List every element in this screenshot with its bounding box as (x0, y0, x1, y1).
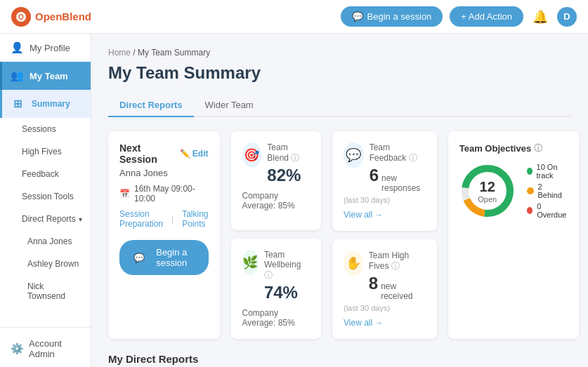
objectives-info-icon[interactable]: ⓘ (534, 142, 542, 154)
summary-cards: Next Session ✏️ Edit Anna Jones 📅 16th M… (108, 131, 571, 339)
next-session-person: Anna Jones (119, 168, 209, 178)
sidebar-label-feedback: Feedback (22, 169, 59, 179)
chat-icon: 💬 (133, 253, 145, 263)
blend-sub: Company Average: 85% (242, 191, 310, 211)
notifications-icon[interactable]: 🔔 (530, 7, 550, 27)
talking-points-link[interactable]: Talking Points (182, 209, 208, 229)
objectives-content: 12 Open 10 On track 2 Behind (459, 163, 568, 219)
sidebar-label-session-tools: Session Tools (22, 192, 74, 201)
calendar-icon: 📅 (119, 189, 130, 199)
sidebar-item-sessions[interactable]: Sessions (0, 118, 91, 140)
header: O OpenBlend 💬 Begin a session + Add Acti… (0, 0, 588, 34)
sidebar-label-high-fives: High Fives (22, 147, 62, 156)
tab-direct-reports[interactable]: Direct Reports (108, 94, 194, 117)
user-avatar[interactable]: D (557, 7, 577, 27)
team-feedback-card: 💬 Team Feedback ⓘ 6 new responses (332, 131, 437, 231)
feedback-count: 6 (370, 166, 379, 185)
team-blend-card: 🎯 Team Blend ⓘ 82% Company Average: 85% (231, 131, 321, 230)
layout: 👤 My Profile 👥 My Team ⊞ Summary Session… (0, 34, 588, 367)
direct-reports-section: My Direct Reports Name Next Session Blen… (108, 353, 571, 367)
chevron-icon: ▾ (79, 215, 82, 223)
sidebar-item-my-profile[interactable]: 👤 My Profile (0, 34, 91, 62)
feedback-info-icon[interactable]: ⓘ (409, 153, 417, 163)
chat-icon: 💬 (352, 11, 363, 22)
direct-reports-title: My Direct Reports (108, 353, 571, 365)
next-session-card: Next Session ✏️ Edit Anna Jones 📅 16th M… (108, 131, 220, 339)
sidebar-item-high-fives[interactable]: High Fives (0, 140, 91, 163)
legend-behind: 2 Behind (527, 182, 568, 199)
feedback-view-all[interactable]: View all → (344, 210, 426, 220)
next-session-date: 📅 16th May 09:00-10:00 (119, 184, 209, 203)
blend-info-icon[interactable]: ⓘ (291, 153, 299, 163)
blend-title: Team Blend ⓘ (267, 142, 310, 164)
feedback-title: Team Feedback ⓘ (370, 142, 426, 164)
wellbeing-title: Team Wellbeing ⓘ (264, 250, 310, 281)
sidebar-label-my-team: My Team (30, 71, 68, 81)
logo-icon: O (11, 7, 31, 27)
objectives-total: 12 (478, 179, 497, 195)
logo: O OpenBlend (11, 7, 91, 27)
sidebar-item-feedback[interactable]: Feedback (0, 163, 91, 185)
sidebar-item-account-admin[interactable]: ⚙️ Account Admin (0, 331, 91, 367)
objectives-legend: 10 On track 2 Behind 0 Overdue (527, 163, 568, 219)
sidebar-label-anna-jones: Anna Jones (27, 236, 72, 246)
tabs: Direct Reports Wider Team (108, 94, 571, 117)
objectives-donut: 12 Open (459, 163, 516, 219)
sidebar-item-summary[interactable]: ⊞ Summary (0, 90, 91, 118)
person-icon: 👤 (11, 41, 24, 54)
feedback-label: new responses (381, 173, 426, 193)
high-fives-last30: (last 30 days) (344, 304, 426, 312)
sidebar-item-direct-reports[interactable]: Direct Reports ▾ (0, 208, 91, 230)
sidebar-item-nick-townsend[interactable]: Nick Townsend (0, 275, 91, 307)
wellbeing-value: 74% (264, 283, 310, 302)
blend-value: 82% (267, 166, 310, 185)
feedback-last30: (last 30 days) (344, 196, 426, 204)
high-fives-icon: ✋ (344, 251, 363, 276)
breadcrumb: Home / My Team Summary (108, 48, 571, 58)
team-icon: 👥 (11, 69, 24, 82)
sidebar-label-account-admin: Account Admin (29, 338, 82, 359)
session-prep-link[interactable]: Session Preparation (119, 209, 163, 229)
high-fives-view-all[interactable]: View all → (344, 318, 426, 328)
wellbeing-sub: Company Average: 85% (242, 308, 310, 328)
main-content: Home / My Team Summary My Team Summary D… (91, 34, 588, 367)
page-title: My Team Summary (108, 63, 571, 83)
sidebar-label-summary: Summary (32, 99, 70, 109)
overdue-dot (527, 207, 533, 214)
high-fives-count: 8 (369, 274, 378, 293)
header-actions: 💬 Begin a session + Add Action 🔔 D (341, 6, 577, 27)
team-objectives-card: Team Objectives ⓘ (448, 131, 579, 339)
on-track-dot (527, 168, 533, 175)
legend-overdue: 0 Overdue (527, 202, 568, 219)
next-session-title: Next Session ✏️ Edit (119, 142, 209, 165)
sidebar-item-my-team[interactable]: 👥 My Team (0, 62, 91, 90)
legend-on-track: 10 On track (527, 163, 568, 180)
tab-wider-team[interactable]: Wider Team (194, 94, 265, 117)
sidebar-item-anna-jones[interactable]: Anna Jones (0, 230, 91, 253)
gear-icon: ⚙️ (11, 342, 23, 355)
wellbeing-info-icon[interactable]: ⓘ (264, 270, 273, 280)
feedback-icon: 💬 (344, 142, 364, 168)
logo-text: OpenBlend (35, 11, 91, 22)
breadcrumb-current: My Team Summary (138, 48, 210, 58)
high-fives-label: new received (381, 281, 426, 301)
team-high-fives-card: ✋ Team High Fives ⓘ 8 new received (332, 239, 437, 339)
edit-link[interactable]: ✏️ Edit (180, 149, 209, 159)
team-wellbeing-card: 🌿 Team Wellbeing ⓘ 74% Company Average: … (231, 239, 321, 339)
sidebar-label-sessions: Sessions (22, 124, 56, 134)
sidebar-label-direct-reports: Direct Reports (22, 214, 76, 224)
grid-icon: ⊞ (13, 98, 26, 110)
header-begin-session-button[interactable]: 💬 Begin a session (341, 6, 443, 27)
behind-dot (527, 187, 534, 194)
sidebar-item-session-tools[interactable]: Session Tools (0, 185, 91, 208)
breadcrumb-home[interactable]: Home (108, 48, 131, 58)
begin-session-card-button[interactable]: 💬 Begin a session (119, 240, 209, 275)
high-fives-info-icon[interactable]: ⓘ (391, 261, 400, 271)
sidebar-label-nick-townsend: Nick Townsend (27, 281, 65, 301)
add-action-button[interactable]: + Add Action (450, 6, 523, 27)
sidebar-label-my-profile: My Profile (30, 43, 70, 53)
sidebar: 👤 My Profile 👥 My Team ⊞ Summary Session… (0, 34, 91, 367)
svg-text:O: O (18, 13, 24, 21)
sidebar-item-ashley-brown[interactable]: Ashley Brown (0, 253, 91, 275)
objectives-title: Team Objectives ⓘ (459, 142, 568, 154)
